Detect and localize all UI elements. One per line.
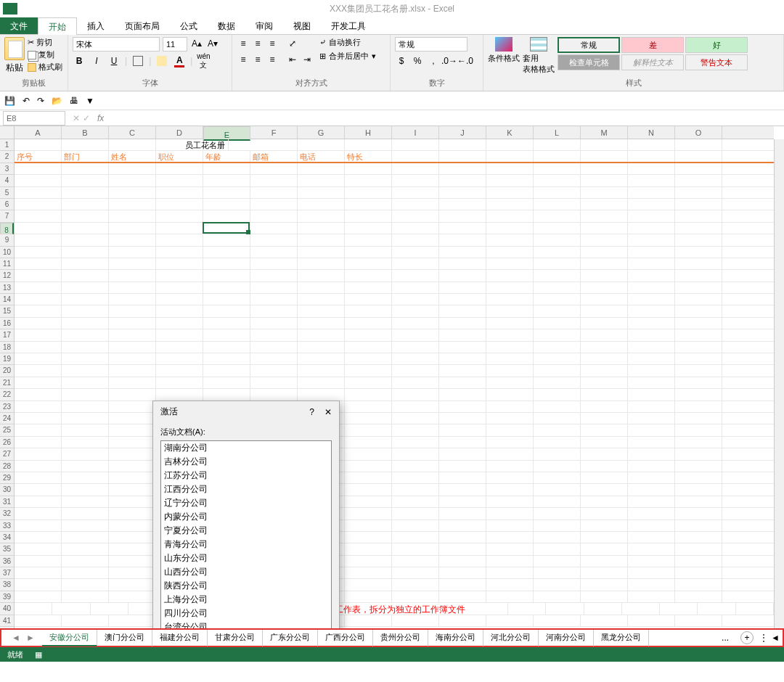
row-header-11[interactable]: 11 bbox=[0, 258, 14, 270]
tab-view[interactable]: 视图 bbox=[283, 17, 321, 34]
top-align[interactable]: ≡ bbox=[237, 37, 250, 50]
cut-button[interactable]: ✂剪切 bbox=[28, 37, 62, 48]
conditional-format[interactable]: 条件格式 bbox=[488, 37, 520, 75]
sheet-tab[interactable]: 广东分公司 bbox=[263, 630, 318, 646]
dialog-item[interactable]: 内蒙分公司 bbox=[161, 510, 331, 524]
sheet-tab[interactable]: 河北分公司 bbox=[483, 630, 539, 646]
tab-menu-icon[interactable]: ⋮ bbox=[759, 633, 768, 643]
row-header-29[interactable]: 29 bbox=[0, 472, 14, 484]
row-header-6[interactable]: 6 bbox=[0, 199, 14, 210]
tab-nav-next[interactable]: ► bbox=[26, 633, 35, 643]
dialog-item[interactable]: 宁夏分公司 bbox=[161, 524, 331, 538]
row-header-25[interactable]: 25 bbox=[0, 424, 14, 436]
macro-icon[interactable]: ▦ bbox=[35, 650, 42, 660]
sheet-tab[interactable]: 黑龙分公司 bbox=[594, 630, 649, 646]
wrap-button[interactable]: ⤶自动换行 bbox=[319, 37, 376, 48]
left-align[interactable]: ≡ bbox=[237, 53, 250, 66]
tab-layout[interactable]: 页面布局 bbox=[115, 17, 170, 34]
cells-grid[interactable]: 员工花名册序号部门姓名职位年龄邮箱电话特长一键将所有的工作表，拆分为独立的工作簿… bbox=[15, 139, 774, 628]
row-header-21[interactable]: 21 bbox=[0, 377, 14, 389]
paste-button[interactable]: 粘贴 bbox=[4, 37, 25, 74]
col-header-J[interactable]: J bbox=[439, 126, 486, 139]
row-header-3[interactable]: 3 bbox=[0, 163, 14, 175]
bottom-align[interactable]: ≡ bbox=[266, 37, 279, 50]
tab-formulas[interactable]: 公式 bbox=[170, 17, 208, 34]
number-format-select[interactable] bbox=[395, 37, 467, 52]
row-header-16[interactable]: 16 bbox=[0, 318, 14, 329]
row-header-28[interactable]: 28 bbox=[0, 461, 14, 472]
sheet-tab[interactable]: 福建分公司 bbox=[152, 630, 208, 646]
row-header-37[interactable]: 37 bbox=[0, 567, 14, 579]
dialog-item[interactable]: 辽宁分公司 bbox=[161, 496, 331, 510]
dialog-item[interactable]: 青海分公司 bbox=[161, 538, 331, 551]
font-color-button[interactable]: A bbox=[173, 54, 186, 67]
underline-button[interactable]: U bbox=[107, 54, 121, 67]
row-header-18[interactable]: 18 bbox=[0, 342, 14, 353]
col-header-M[interactable]: M bbox=[581, 126, 628, 139]
col-header-G[interactable]: G bbox=[298, 126, 345, 139]
dialog-item[interactable]: 四川分公司 bbox=[161, 607, 331, 620]
indent-dec[interactable]: ⇤ bbox=[286, 53, 299, 66]
row-header-20[interactable]: 20 bbox=[0, 365, 14, 377]
tab-dev[interactable]: 开发工具 bbox=[321, 17, 376, 34]
col-header-O[interactable]: O bbox=[675, 126, 722, 139]
dialog-item[interactable]: 湖南分公司 bbox=[161, 441, 331, 455]
row-header-38[interactable]: 38 bbox=[0, 579, 14, 591]
copy-button[interactable]: 复制 bbox=[28, 49, 62, 60]
formula-input[interactable] bbox=[104, 111, 784, 126]
dialog-list[interactable]: 湖南分公司吉林分公司江苏分公司江西分公司辽宁分公司内蒙分公司宁夏分公司青海分公司… bbox=[160, 440, 332, 628]
open-icon[interactable]: 📂 bbox=[52, 96, 62, 106]
col-header-C[interactable]: C bbox=[109, 126, 156, 139]
style-good[interactable]: 好 bbox=[685, 37, 748, 53]
col-header-I[interactable]: I bbox=[392, 126, 439, 139]
tab-home[interactable]: 开始 bbox=[38, 17, 77, 35]
sheet-tab[interactable]: 安徽分公司 bbox=[42, 630, 97, 646]
sheet-tab[interactable]: 河南分公司 bbox=[539, 630, 594, 646]
tab-data[interactable]: 数据 bbox=[208, 17, 245, 34]
confirm-fx-icon[interactable]: ✓ bbox=[83, 113, 90, 123]
row-header-14[interactable]: 14 bbox=[0, 294, 14, 305]
col-header-L[interactable]: L bbox=[534, 126, 581, 139]
percent-button[interactable]: % bbox=[411, 54, 424, 67]
name-box[interactable] bbox=[3, 111, 65, 126]
fx-icon[interactable]: fx bbox=[97, 113, 104, 123]
filter-icon[interactable]: ▼ bbox=[86, 96, 94, 106]
font-name-select[interactable] bbox=[73, 37, 160, 52]
row-header-32[interactable]: 32 bbox=[0, 508, 14, 519]
italic-button[interactable]: I bbox=[90, 54, 103, 67]
merge-button[interactable]: ⊞合并后居中 ▾ bbox=[319, 51, 376, 62]
row-header-39[interactable]: 39 bbox=[0, 591, 14, 603]
inc-decimal[interactable]: .0→ bbox=[443, 54, 456, 67]
row-header-12[interactable]: 12 bbox=[0, 270, 14, 282]
style-warn[interactable]: 警告文本 bbox=[685, 54, 748, 70]
row-header-4[interactable]: 4 bbox=[0, 175, 14, 186]
tab-review[interactable]: 审阅 bbox=[245, 17, 283, 34]
dialog-item[interactable]: 江西分公司 bbox=[161, 482, 331, 496]
row-header-34[interactable]: 34 bbox=[0, 532, 14, 543]
style-normal[interactable]: 常规 bbox=[558, 37, 620, 53]
brush-button[interactable]: 格式刷 bbox=[28, 62, 62, 73]
decrease-font-icon[interactable]: A▾ bbox=[206, 37, 219, 50]
hscroll-left-icon[interactable]: ◄ bbox=[771, 633, 780, 643]
row-header-5[interactable]: 5 bbox=[0, 187, 14, 199]
tabs-ellipsis[interactable]: ... bbox=[716, 633, 735, 643]
col-header-E[interactable]: E bbox=[203, 126, 250, 141]
dialog-item[interactable]: 吉林分公司 bbox=[161, 455, 331, 469]
row-header-40[interactable]: 40 bbox=[0, 603, 14, 615]
currency-button[interactable]: $ bbox=[395, 54, 408, 67]
sheet-tab[interactable]: 澳门分公司 bbox=[97, 630, 152, 646]
row-header-15[interactable]: 15 bbox=[0, 305, 14, 317]
close-icon[interactable]: ✕ bbox=[324, 407, 332, 417]
row-header-24[interactable]: 24 bbox=[0, 413, 14, 424]
print-icon[interactable]: 🖶 bbox=[70, 96, 78, 106]
row-header-2[interactable]: 2 bbox=[0, 151, 14, 163]
row-header-9[interactable]: 9 bbox=[0, 234, 14, 246]
indent-inc[interactable]: ⇥ bbox=[301, 53, 314, 66]
row-header-13[interactable]: 13 bbox=[0, 282, 14, 294]
save-icon[interactable]: 💾 bbox=[4, 96, 15, 106]
style-bad[interactable]: 差 bbox=[621, 37, 684, 53]
tab-file[interactable]: 文件 bbox=[0, 17, 38, 34]
vertical-scrollbar[interactable] bbox=[774, 139, 784, 628]
row-header-26[interactable]: 26 bbox=[0, 437, 14, 448]
sheet-tab[interactable]: 贵州分公司 bbox=[373, 630, 428, 646]
